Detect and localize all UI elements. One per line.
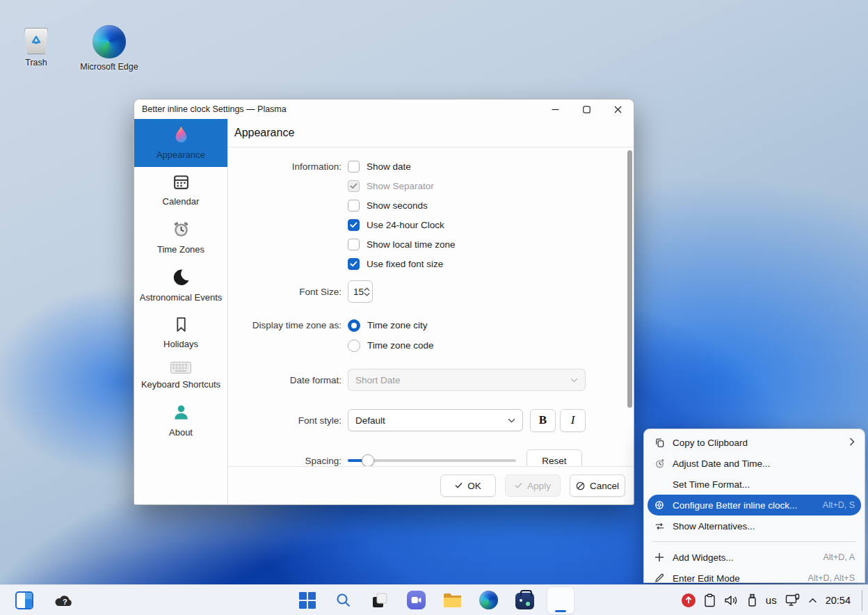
close-button[interactable] bbox=[602, 99, 634, 119]
chevron-down-icon bbox=[508, 418, 515, 423]
chevron-up-icon[interactable] bbox=[808, 598, 817, 603]
sidebar-item-appearance[interactable]: Appearance bbox=[134, 119, 227, 167]
use-24-hour-checkbox[interactable] bbox=[348, 219, 360, 231]
cancel-button[interactable]: Cancel bbox=[570, 474, 625, 497]
volume-icon[interactable] bbox=[724, 594, 739, 607]
task-view-button[interactable] bbox=[367, 587, 393, 614]
check-icon bbox=[515, 482, 522, 489]
sidebar-item-holidays[interactable]: Holidays bbox=[134, 310, 227, 356]
checkbox-label[interactable]: Show date bbox=[367, 161, 411, 172]
show-date-checkbox[interactable] bbox=[348, 161, 360, 173]
windows-start-icon bbox=[299, 592, 316, 609]
menu-item-copy-to-clipboard[interactable]: Copy to Clipboard bbox=[644, 432, 865, 453]
desktop-icon-trash[interactable]: Trash bbox=[17, 28, 56, 67]
form-row-tz-city: Display time zone as: Time zone city bbox=[228, 315, 634, 335]
show-desktop-button[interactable] bbox=[862, 590, 862, 611]
shortcut-hint: Alt+D, S bbox=[823, 500, 855, 510]
clock-icon bbox=[653, 458, 666, 469]
desktop-icon-edge[interactable]: Microsoft Edge bbox=[79, 25, 139, 72]
time-zone-city-radio[interactable] bbox=[348, 319, 360, 332]
radio-label[interactable]: Time zone city bbox=[367, 320, 428, 330]
form-row-show-date: Information: Show date bbox=[228, 157, 634, 176]
font-style-dropdown[interactable]: Default bbox=[348, 409, 523, 431]
font-size-value: 15 bbox=[348, 287, 364, 297]
shortcut-hint: Alt+D, Alt+S bbox=[808, 573, 855, 583]
spacing-slider[interactable] bbox=[348, 454, 516, 467]
menu-separator bbox=[652, 541, 856, 542]
bold-button[interactable]: B bbox=[530, 409, 556, 432]
form-row-show-separator: Show Separator bbox=[228, 176, 634, 195]
widgets-button[interactable] bbox=[11, 587, 38, 614]
toolbox-app-icon bbox=[515, 593, 534, 609]
checkbox-label[interactable]: Show seconds bbox=[367, 200, 428, 211]
configure-gear-icon bbox=[653, 500, 666, 511]
settings-sidebar: Appearance Calendar bbox=[134, 119, 228, 504]
form-row-tz-code: Time zone code bbox=[228, 335, 634, 356]
sidebar-item-label: Appearance bbox=[156, 150, 205, 161]
show-local-time-zone-checkbox[interactable] bbox=[348, 239, 360, 250]
sidebar-item-label: Calendar bbox=[163, 196, 200, 208]
menu-item-show-alternatives[interactable]: Show Alternatives... bbox=[644, 516, 865, 536]
task-view-icon bbox=[371, 591, 389, 609]
shortcut-hint: Alt+D, A bbox=[823, 552, 855, 562]
use-fixed-font-size-checkbox[interactable] bbox=[348, 258, 360, 270]
form-row-24-hour: Use 24-hour Clock bbox=[228, 215, 634, 234]
window-titlebar[interactable]: Better inline clock Settings — Plasma bbox=[134, 99, 634, 119]
font-style-label: Font style: bbox=[228, 415, 348, 426]
taskbar-clock[interactable]: 20:54 bbox=[826, 595, 851, 606]
form-row-font-size: Font Size: 15 bbox=[228, 279, 634, 304]
cancel-icon bbox=[576, 481, 585, 490]
date-format-dropdown: Short Date bbox=[348, 369, 586, 391]
display-connector-icon[interactable] bbox=[785, 593, 800, 607]
sidebar-item-astronomical-events[interactable]: Astronomical Events bbox=[134, 262, 227, 310]
active-window-button[interactable] bbox=[547, 587, 574, 614]
vertical-scrollbar[interactable] bbox=[627, 150, 632, 408]
search-button[interactable] bbox=[330, 587, 357, 614]
edge-button[interactable] bbox=[475, 587, 501, 614]
usb-device-icon[interactable] bbox=[747, 593, 757, 607]
taskbar: ? bbox=[0, 584, 868, 615]
toolbox-app-button[interactable] bbox=[511, 587, 538, 614]
italic-button[interactable]: I bbox=[560, 409, 586, 432]
maximize-button[interactable] bbox=[571, 99, 602, 119]
keyboard-layout-indicator[interactable]: us bbox=[766, 594, 777, 606]
checkbox-label[interactable]: Show local time zone bbox=[367, 239, 456, 250]
start-button[interactable] bbox=[294, 587, 321, 614]
font-size-label: Font Size: bbox=[228, 287, 348, 297]
sidebar-item-keyboard-shortcuts[interactable]: Keyboard Shortcuts bbox=[134, 356, 227, 397]
trash-icon bbox=[24, 28, 48, 54]
microsoft-edge-icon bbox=[93, 25, 126, 58]
chevron-down-icon bbox=[570, 378, 578, 383]
sidebar-item-time-zones[interactable]: Time Zones bbox=[134, 214, 227, 262]
menu-item-add-widgets[interactable]: Add Widgets... Alt+D, A bbox=[644, 547, 865, 568]
page-title: Appearance bbox=[234, 127, 294, 139]
checkbox-label[interactable]: Use fixed font size bbox=[367, 259, 443, 269]
radio-label[interactable]: Time zone code bbox=[367, 340, 434, 351]
menu-item-configure-clock[interactable]: Configure Better inline clock... Alt+D, … bbox=[648, 495, 861, 516]
sidebar-item-calendar[interactable]: Calendar bbox=[134, 167, 227, 214]
sidebar-item-about[interactable]: About bbox=[134, 397, 227, 445]
pencil-icon bbox=[653, 573, 666, 583]
reset-button[interactable]: Reset bbox=[527, 449, 582, 467]
copy-icon bbox=[653, 438, 666, 448]
ok-button[interactable]: OK bbox=[440, 474, 496, 497]
checkbox-label[interactable]: Use 24-hour Clock bbox=[367, 220, 444, 230]
weather-widget[interactable]: ? bbox=[50, 587, 77, 614]
updates-available-icon[interactable] bbox=[682, 593, 696, 607]
slider-handle[interactable] bbox=[362, 454, 374, 467]
time-zone-code-radio[interactable] bbox=[348, 340, 360, 352]
date-format-value: Short Date bbox=[355, 375, 570, 385]
minimize-button[interactable] bbox=[540, 99, 571, 119]
font-size-spinner[interactable]: 15 bbox=[348, 280, 373, 303]
clipboard-icon[interactable] bbox=[704, 593, 716, 607]
sidebar-item-label: Astronomical Events bbox=[140, 292, 223, 304]
file-explorer-button[interactable] bbox=[439, 587, 465, 614]
menu-item-adjust-date-time[interactable]: Adjust Date and Time... bbox=[644, 453, 865, 474]
svg-text:?: ? bbox=[63, 598, 67, 606]
chat-button[interactable] bbox=[403, 587, 429, 614]
clock-context-menu: Copy to Clipboard Adjust Date and Time..… bbox=[643, 429, 865, 583]
menu-item-set-time-format[interactable]: Set Time Format... bbox=[644, 474, 865, 495]
bold-label: B bbox=[539, 413, 547, 427]
show-seconds-checkbox[interactable] bbox=[348, 200, 360, 211]
check-icon bbox=[455, 482, 463, 489]
